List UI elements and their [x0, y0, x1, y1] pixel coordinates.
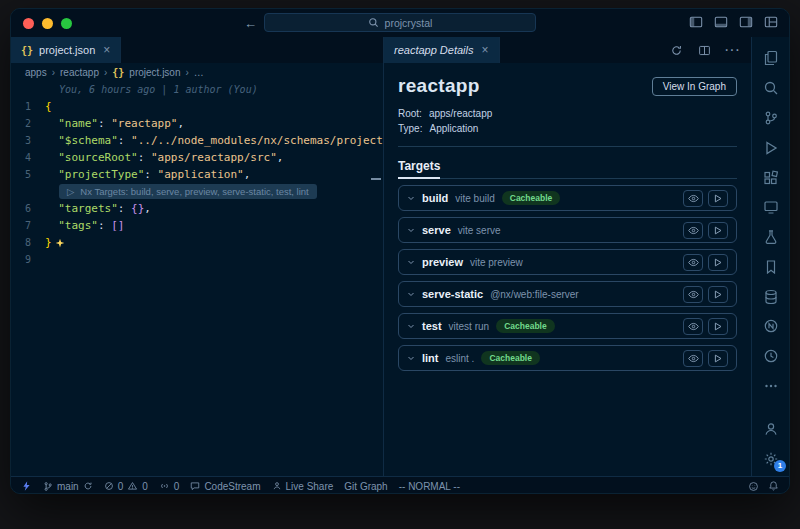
chevron-down-icon[interactable] [407, 194, 415, 202]
toggle-sidebar-icon[interactable] [689, 15, 703, 29]
chevron-down-icon[interactable] [407, 290, 415, 298]
run-target-button[interactable] [708, 254, 728, 271]
remote-explorer-icon[interactable] [762, 199, 779, 216]
feedback-icon[interactable] [748, 481, 759, 492]
vim-mode-indicator[interactable]: -- NORMAL -- [399, 481, 460, 492]
run-target-button[interactable] [708, 350, 728, 367]
panel-tabbar: reactapp Details × ··· [384, 37, 751, 63]
live-share-status[interactable]: Live Share [272, 481, 334, 492]
code-line[interactable]: 8 } [11, 234, 383, 251]
code-line[interactable]: 2 "name": "reactapp", [11, 115, 383, 132]
breadcrumb: apps › reactapp › {} project.json › … [11, 63, 383, 81]
run-debug-icon[interactable] [762, 139, 779, 156]
ports-status[interactable]: 0 [159, 481, 180, 492]
refresh-icon[interactable] [668, 42, 685, 59]
back-button[interactable]: ← [244, 16, 257, 31]
code-line[interactable]: 5 "projectType": "application", [11, 166, 383, 183]
target-command: vite preview [470, 257, 523, 268]
customize-layout-icon[interactable] [764, 15, 778, 29]
view-in-graph-button[interactable]: View In Graph [652, 77, 737, 96]
run-target-button[interactable] [708, 190, 728, 207]
timeline-icon[interactable] [762, 348, 779, 365]
code-line[interactable]: 1 { [11, 98, 383, 115]
chevron-down-icon[interactable] [407, 354, 415, 362]
breadcrumb-item-symbol[interactable]: … [194, 67, 204, 78]
code-line[interactable]: 3 "$schema": "../../node_modules/nx/sche… [11, 132, 383, 149]
tab-project-json[interactable]: {} project.json × [11, 37, 121, 63]
remote-indicator[interactable] [21, 480, 32, 492]
zoom-window-button[interactable] [61, 18, 72, 29]
run-target-button[interactable] [708, 318, 728, 335]
code-line[interactable]: 9 [11, 251, 383, 268]
breadcrumb-item-reactapp[interactable]: reactapp [60, 67, 99, 78]
breadcrumb-item-apps[interactable]: apps [25, 67, 47, 78]
accounts-icon[interactable] [762, 420, 779, 437]
target-row-preview[interactable]: preview vite preview [398, 249, 737, 275]
view-target-button[interactable] [683, 222, 703, 239]
git-branch-icon [43, 481, 53, 492]
target-row-serve[interactable]: serve vite serve [398, 217, 737, 243]
target-command: vite build [455, 193, 494, 204]
view-target-button[interactable] [683, 286, 703, 303]
chevron-down-icon[interactable] [407, 258, 415, 266]
more-views-icon[interactable] [762, 378, 779, 395]
code-token: "sourceRoot" [45, 149, 138, 166]
git-graph-status[interactable]: Git Graph [344, 481, 387, 492]
extensions-icon[interactable] [762, 169, 779, 186]
code-token: : [98, 217, 111, 234]
minimize-window-button[interactable] [42, 18, 53, 29]
more-actions-icon[interactable]: ··· [724, 41, 740, 59]
close-tab-icon[interactable]: × [103, 43, 110, 57]
live-share-label: Live Share [286, 481, 334, 492]
target-row-build[interactable]: build vite build Cacheable [398, 185, 737, 211]
command-center-search[interactable]: projcrystal [264, 13, 536, 32]
target-row-lint[interactable]: lint eslint . Cacheable [398, 345, 737, 371]
breadcrumb-item-file[interactable]: project.json [129, 67, 180, 78]
search-icon[interactable] [762, 80, 779, 97]
nx-console-icon[interactable] [762, 318, 779, 335]
json-file-icon: {} [21, 45, 33, 56]
chevron-down-icon[interactable] [407, 226, 415, 234]
line-number: 6 [11, 200, 45, 217]
split-editor-icon[interactable] [696, 42, 713, 59]
run-target-button[interactable] [708, 286, 728, 303]
view-target-button[interactable] [683, 190, 703, 207]
close-window-button[interactable] [23, 18, 34, 29]
code-line[interactable]: 6 "targets": {}, [11, 200, 383, 217]
nx-targets-hint[interactable]: ▷ Nx Targets: build, serve, preview, ser… [59, 184, 317, 199]
target-row-test[interactable]: test vitest run Cacheable [398, 313, 737, 339]
target-row-serve-static[interactable]: serve-static @nx/web:file-server [398, 281, 737, 307]
settings-gear-icon[interactable]: 1 [762, 450, 779, 467]
tab-reactapp-details[interactable]: reactapp Details × [384, 37, 500, 63]
source-control-icon[interactable] [762, 110, 779, 127]
close-tab-icon[interactable]: × [482, 43, 489, 57]
git-branch-status[interactable]: main [43, 481, 93, 492]
testing-flask-icon[interactable] [762, 229, 779, 246]
chevron-down-icon[interactable] [407, 322, 415, 330]
view-target-button[interactable] [683, 254, 703, 271]
toggle-panel-icon[interactable] [714, 15, 728, 29]
cacheable-badge: Cacheable [502, 191, 561, 205]
code-line[interactable]: 4 "sourceRoot": "apps/reactapp/src", [11, 149, 383, 166]
project-details-panel: reactapp View In Graph Root: apps/reacta… [384, 63, 751, 476]
code-token: : [118, 200, 131, 217]
sparkle-icon[interactable] [55, 238, 65, 248]
broadcast-icon [159, 481, 170, 491]
git-blame-annotation[interactable]: You, 6 hours ago | 1 author (You) [11, 81, 383, 98]
problems-status[interactable]: 0 0 [104, 481, 148, 492]
database-icon[interactable] [762, 288, 779, 305]
code-line[interactable]: 7 "tags": [] [11, 217, 383, 234]
breadcrumb-separator: › [185, 67, 188, 78]
search-query: projcrystal [385, 17, 433, 29]
bell-icon[interactable] [768, 480, 779, 492]
view-target-button[interactable] [683, 318, 703, 335]
view-target-button[interactable] [683, 350, 703, 367]
run-target-button[interactable] [708, 222, 728, 239]
code-token: : [98, 115, 111, 132]
codestream-status[interactable]: CodeStream [190, 481, 260, 492]
editor-tabbar: {} project.json × [11, 37, 383, 63]
explorer-icon[interactable] [762, 50, 779, 67]
bookmarks-icon[interactable] [762, 258, 779, 275]
toggle-secondary-sidebar-icon[interactable] [739, 15, 753, 29]
code-editor[interactable]: You, 6 hours ago | 1 author (You) 1 { 2 … [11, 81, 383, 476]
